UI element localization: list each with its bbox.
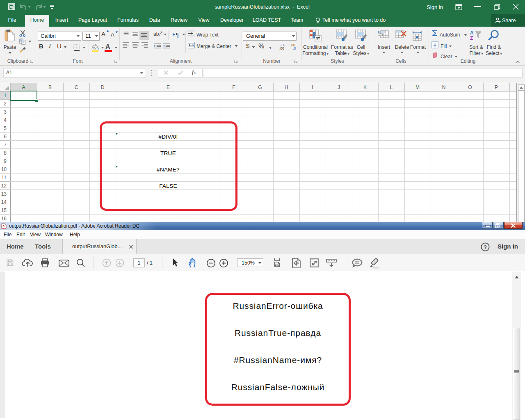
svg-text:→.0: →.0 — [290, 46, 296, 50]
svg-text:A: A — [470, 30, 474, 36]
svg-text:ab: ab — [153, 31, 159, 37]
svg-text:?: ? — [484, 244, 487, 250]
svg-text:.00: .00 — [279, 46, 284, 50]
svg-text:Z: Z — [470, 35, 473, 41]
svg-text:¶: ¶ — [176, 32, 179, 38]
